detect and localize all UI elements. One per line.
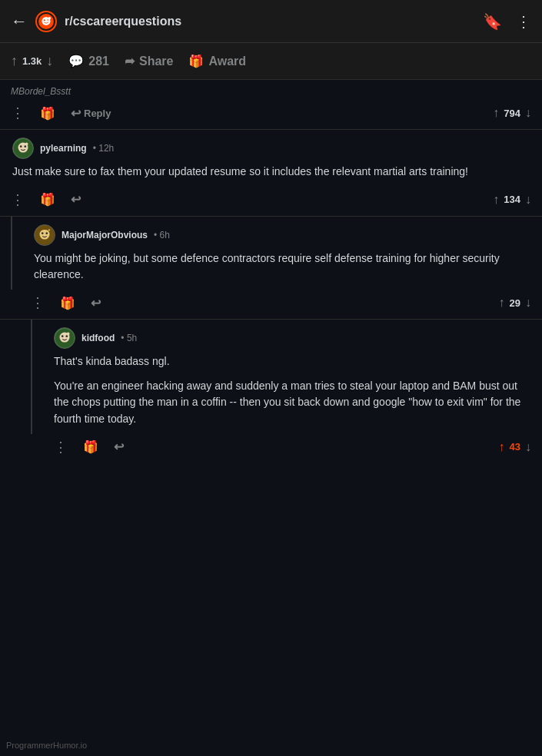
comment-count: 281: [88, 55, 109, 68]
top-vote-count: 794: [504, 108, 520, 119]
comment-header-pylearning: pylearning • 12h: [12, 138, 531, 159]
reply-arrow-pylearning: ↩: [71, 192, 81, 207]
content-area: MBordel_Bsstt ⋮ 🎁 ↩ Reply ↑ 794 ↓: [0, 80, 542, 463]
svg-point-19: [65, 335, 68, 337]
up-kidfood[interactable]: ↑: [499, 440, 505, 454]
pylearning-vote: ↑ 134 ↓: [493, 193, 531, 207]
more-options-icon[interactable]: ⋮: [516, 12, 531, 31]
svg-point-18: [62, 335, 64, 337]
comment-header-majormajor: MajorMajorObvious • 6h: [34, 224, 531, 246]
svg-point-9: [24, 145, 26, 148]
reddit-icon: [35, 11, 57, 32]
share-button[interactable]: ➦ Share: [125, 54, 173, 68]
gift-kidfood[interactable]: 🎁: [83, 439, 98, 454]
action-bar: ↑ 1.3k ↓ 💬 281 ➦ Share 🎁 Award: [0, 43, 542, 80]
comment-header-kidfood: kidfood • 5h: [54, 327, 531, 349]
top-bar-left: ← r/cscareerquestions: [11, 11, 483, 32]
comment-icon: 💬: [68, 54, 84, 68]
down-icon[interactable]: ↓: [525, 106, 531, 120]
svg-point-2: [44, 19, 45, 21]
watermark: ProgrammerHumor.io: [6, 741, 87, 750]
svg-point-4: [48, 16, 51, 18]
time-majormajor: • 6h: [154, 230, 170, 240]
bookmark-icon[interactable]: 🔖: [483, 12, 502, 31]
award-icon: 🎁: [188, 54, 204, 68]
svg-point-10: [25, 143, 28, 146]
majormajor-vote-count: 29: [510, 297, 520, 309]
more-dots-icon[interactable]: ⋮: [11, 104, 25, 121]
svg-point-13: [42, 232, 44, 234]
down-kidfood[interactable]: ↓: [525, 440, 531, 454]
down-pylearning[interactable]: ↓: [525, 193, 531, 207]
reply-arrow-kidfood: ↩: [114, 439, 124, 454]
svg-point-14: [45, 232, 48, 234]
reply-label: Reply: [84, 108, 111, 119]
downvote-icon[interactable]: ↓: [46, 53, 53, 69]
top-vote-inline: ↑ 794 ↓: [493, 106, 531, 120]
comment-majormajor: MajorMajorObvious • 6h You might be joki…: [11, 217, 542, 290]
svg-point-8: [20, 145, 22, 148]
more-dots-kidfood[interactable]: ⋮: [54, 439, 68, 456]
top-bar-right: 🔖 ⋮: [483, 12, 531, 31]
reply-kidfood[interactable]: ↩: [114, 439, 124, 454]
award-label: Award: [208, 55, 246, 68]
upvote-icon[interactable]: ↑: [11, 53, 18, 69]
vote-section: ↑ 1.3k ↓: [11, 53, 53, 69]
comment-body-pylearning: Just make sure to fax them your updated …: [12, 164, 531, 181]
gift-icon[interactable]: 🎁: [40, 106, 55, 121]
share-label: Share: [139, 55, 173, 68]
comment-kidfood: kidfood • 5h That's kinda badass ngl. Yo…: [31, 320, 542, 434]
avatar-majormajor: [34, 224, 55, 246]
more-dots-majormajor[interactable]: ⋮: [31, 294, 45, 311]
avatar-kidfood: [54, 327, 75, 349]
more-dots-pylearning[interactable]: ⋮: [11, 191, 25, 208]
username-pylearning[interactable]: pylearning: [40, 143, 87, 154]
comment-body-kidfood: That's kinda badass ngl. You're an engin…: [54, 353, 531, 428]
gift-majormajor[interactable]: 🎁: [60, 296, 75, 310]
subreddit-name[interactable]: r/cscareerquestions: [65, 15, 181, 28]
avatar-pylearning: [12, 138, 34, 159]
back-button[interactable]: ←: [11, 12, 28, 32]
vote-count: 1.3k: [22, 55, 42, 67]
majormajor-actions: ⋮ 🎁 ↩ ↑ 29 ↓: [0, 290, 542, 319]
time-pylearning: • 12h: [93, 143, 115, 154]
up-icon[interactable]: ↑: [493, 106, 499, 120]
reply-arrow-majormajor: ↩: [91, 296, 101, 310]
comment-pylearning: pylearning • 12h Just make sure to fax t…: [0, 130, 542, 187]
share-icon: ➦: [125, 54, 135, 68]
up-pylearning[interactable]: ↑: [493, 193, 499, 207]
down-majormajor[interactable]: ↓: [525, 296, 531, 310]
comment-button[interactable]: 💬 281: [68, 54, 109, 68]
majormajor-vote: ↑ 29 ↓: [499, 296, 531, 310]
pylearning-actions: ⋮ 🎁 ↩ ↑ 134 ↓: [0, 187, 542, 216]
kidfood-body-2: You're an engineer hacking away and sudd…: [54, 378, 531, 428]
pylearning-vote-count: 134: [504, 194, 520, 205]
username-kidfood[interactable]: kidfood: [81, 333, 115, 343]
gift-pylearning[interactable]: 🎁: [40, 192, 55, 207]
time-kidfood: • 5h: [121, 333, 137, 343]
top-bar: ← r/cscareerquestions 🔖 ⋮: [0, 0, 542, 43]
kidfood-vote-count: 43: [510, 441, 520, 453]
reply-button[interactable]: ↩ Reply: [71, 106, 111, 121]
kidfood-actions: ⋮ 🎁 ↩ ↑ 43 ↓: [0, 434, 542, 463]
award-button[interactable]: 🎁 Award: [188, 54, 246, 68]
kidfood-vote: ↑ 43 ↓: [499, 440, 531, 454]
svg-point-20: [67, 333, 70, 336]
truncated-user: MBordel_Bsstt: [0, 80, 542, 100]
reply-arrow-icon: ↩: [71, 106, 81, 121]
up-majormajor[interactable]: ↑: [499, 296, 505, 310]
comment-body-majormajor: You might be joking, but some defence co…: [34, 250, 531, 284]
reply-majormajor[interactable]: ↩: [91, 296, 101, 310]
reply-pylearning[interactable]: ↩: [71, 192, 81, 207]
kidfood-body-1: That's kinda badass ngl.: [54, 353, 531, 370]
username-majormajor[interactable]: MajorMajorObvious: [62, 230, 148, 240]
top-comment-actions: ⋮ 🎁 ↩ Reply ↑ 794 ↓: [0, 100, 542, 129]
